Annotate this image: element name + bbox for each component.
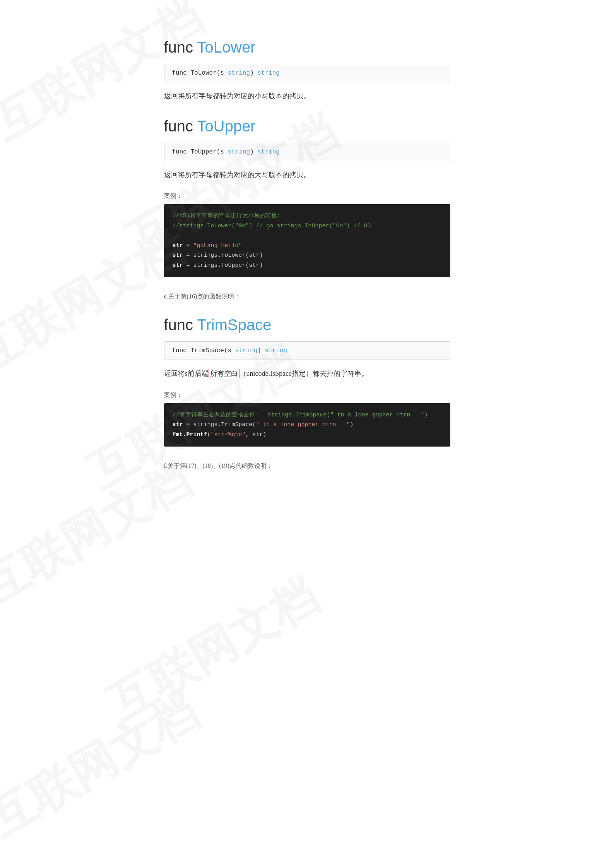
code-line-2: //strings.ToLower("Go") // go strings.To… bbox=[173, 221, 442, 231]
tolower-heading: func ToLower bbox=[164, 39, 450, 56]
tolower-signature: func ToLower(s string) string bbox=[164, 64, 450, 82]
code-line-6: str = strings.ToUpper(str) bbox=[173, 261, 442, 271]
trimspace-heading: func TrimSpace bbox=[164, 316, 450, 334]
trimspace-code-block: //将字符串左右两边的空格去掉： strings.TrimSpace(" tn … bbox=[164, 403, 450, 447]
toupper-signature: func ToUpper(s string) string bbox=[164, 143, 450, 161]
toupper-example-label: 案例： bbox=[164, 192, 450, 200]
toupper-description: 返回将所有字母都转为对应的大写版本的拷贝。 bbox=[164, 169, 450, 181]
toupper-name: ToUpper bbox=[197, 118, 256, 135]
trim-code-line-2: str = strings.TrimSpace(" tn a lone goph… bbox=[173, 420, 442, 430]
footer-note: f.关于第(17)、(18)、(19)点的函数说明： bbox=[164, 462, 450, 470]
trimspace-description: 返回将s前后端所有空白（unicode.IsSpace指定）都去掉的字符串。 bbox=[164, 368, 450, 380]
code-line-3 bbox=[173, 231, 442, 241]
trimspace-section-note: e.关于第(16)点的函数说明： bbox=[164, 293, 450, 301]
trimspace-example-label: 案例： bbox=[164, 391, 450, 399]
toupper-code-block: //15)将字符串的字母进行大小写的转换: //strings.ToLower(… bbox=[164, 204, 450, 277]
trim-code-line-3: fmt.Printf("str=%q\n", str) bbox=[173, 430, 442, 440]
trimspace-desc-highlight: 所有空白 bbox=[209, 369, 239, 378]
toupper-heading: func ToUpper bbox=[164, 118, 450, 135]
section-trimspace: e.关于第(16)点的函数说明： func TrimSpace func Tri… bbox=[164, 293, 450, 447]
trim-code-line-1: //将字符串左右两边的空格去掉： strings.TrimSpace(" tn … bbox=[173, 410, 442, 420]
watermark-text-7: 互联网文档 bbox=[0, 681, 209, 851]
code-line-1: //15)将字符串的字母进行大小写的转换: bbox=[173, 211, 442, 221]
trimspace-desc-after: （unicode.IsSpace指定）都去掉的字符串。 bbox=[239, 370, 368, 377]
toupper-keyword: func bbox=[164, 118, 193, 135]
trimspace-keyword: func bbox=[164, 316, 193, 333]
trimspace-signature: func TrimSpace(s string) string bbox=[164, 341, 450, 360]
watermark-text-6: 互联网文档 bbox=[96, 565, 329, 735]
section-tolower: func ToLower func ToLower(s string) stri… bbox=[164, 39, 450, 102]
tolower-keyword: func bbox=[164, 39, 193, 56]
section-toupper: func ToUpper func ToUpper(s string) stri… bbox=[164, 118, 450, 278]
trimspace-desc-before: 返回将s前后端 bbox=[164, 370, 209, 377]
page-content: func ToLower func ToLower(s string) stri… bbox=[133, 0, 481, 505]
code-line-5: str = strings.ToLower(str) bbox=[173, 251, 442, 261]
tolower-name: ToLower bbox=[197, 39, 256, 56]
trimspace-name: TrimSpace bbox=[197, 316, 272, 333]
tolower-description: 返回将所有字母都转为对应的小写版本的拷贝。 bbox=[164, 90, 450, 102]
code-line-4: str = "goLang Hello" bbox=[173, 241, 442, 251]
